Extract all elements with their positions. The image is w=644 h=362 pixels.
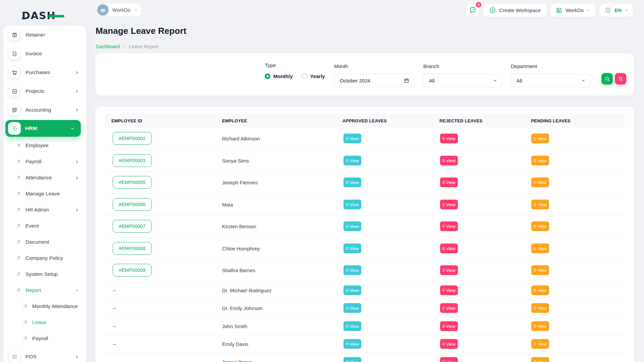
table-body: #EMP00002Richard Atkinson0 View0 View0 V… [105, 128, 625, 362]
language-label: EN [614, 7, 622, 13]
workdo-menu-button[interactable]: WorkDo [550, 4, 596, 17]
sidebar-item-invoice[interactable]: Invoice [3, 44, 86, 63]
reset-filter-button[interactable] [615, 73, 626, 84]
approved-leaves-badge[interactable]: 0 View [343, 178, 361, 187]
table-header-row: EMPLOYEE IDEMPLOYEEAPPROVED LEAVESREJECT… [105, 114, 625, 128]
chevron-down-icon [625, 8, 628, 12]
pending-leaves-badge[interactable]: 0 View [531, 199, 549, 209]
brand-logo[interactable]: DASH [21, 9, 65, 22]
rejected-leaves-badge[interactable]: 0 View [440, 243, 458, 253]
employee-name: Richard Atkinson [222, 136, 260, 141]
rejected-leaves-badge[interactable]: 0 View [440, 357, 458, 362]
grid-plus-icon [556, 7, 562, 14]
sidebar-item-system-setup[interactable]: System Setup [3, 266, 86, 282]
rejected-leaves-badge[interactable]: 0 View [440, 303, 458, 313]
rejected-leaves-badge[interactable]: 0 View [440, 156, 458, 165]
pending-leaves-badge[interactable]: 0 View [531, 339, 549, 349]
sidebar-item-retainer[interactable]: Retainer [3, 25, 86, 44]
radio-yearly[interactable]: Yearly [302, 73, 325, 79]
employee-id-badge[interactable]: #EMP00007 [113, 220, 152, 233]
chevron-right-icon [75, 289, 79, 292]
sidebar-item-employee[interactable]: Employee [3, 137, 86, 154]
bullet-icon [16, 207, 21, 212]
rejected-leaves-badge[interactable]: 0 View [440, 178, 458, 187]
projects-icon [9, 85, 20, 97]
pending-leaves-badge[interactable]: 0 View [531, 243, 549, 253]
approved-leaves-badge[interactable]: 0 View [343, 321, 361, 331]
pending-leaves-badge[interactable]: 0 View [531, 303, 549, 313]
approved-leaves-badge[interactable]: 0 View [343, 303, 361, 313]
employee-name: James Brown [222, 359, 253, 362]
department-filter-label: Department [511, 63, 537, 69]
table-row: --Dr. Michael Rodriguez0 View0 View0 Vie… [105, 282, 625, 300]
pending-leaves-badge[interactable]: 0 View [531, 321, 549, 331]
pending-leaves-badge[interactable]: 0 View [531, 178, 549, 187]
sidebar-item-purchases[interactable]: Purchases [3, 63, 86, 82]
pending-leaves-badge[interactable]: 0 View [531, 357, 549, 362]
sidebar-nav: RetainerInvoicePurchasesProjectsAccounti… [3, 25, 86, 362]
sidebar-item-monthly-attendance[interactable]: Monthly Attendance [3, 298, 86, 314]
breadcrumb-dashboard-link[interactable]: Dashboard [96, 44, 120, 49]
language-selector[interactable]: EN [599, 4, 633, 17]
pending-leaves-badge[interactable]: 0 View [531, 134, 549, 143]
sidebar-item-hrm[interactable]: HRM [3, 119, 86, 137]
sidebar-item-accounting[interactable]: Accounting [3, 101, 86, 119]
employee-id-badge[interactable]: #EMP00006 [113, 198, 152, 211]
sidebar-item-hr-admin[interactable]: HR Admin [3, 202, 86, 218]
sidebar-item-payroll[interactable]: Payroll [3, 154, 86, 170]
rejected-leaves-badge[interactable]: 0 View [440, 339, 458, 349]
workspace-selector[interactable]: WorkDo [96, 3, 141, 16]
pending-leaves-badge[interactable]: 0 View [531, 265, 549, 275]
radio-selected-icon [265, 73, 270, 79]
search-button[interactable] [601, 73, 613, 84]
rejected-leaves-badge[interactable]: 0 View [440, 265, 458, 275]
employee-name: Dr. Emily Johnson [222, 305, 263, 311]
branch-select[interactable]: All [423, 74, 502, 87]
employee-id-empty: -- [113, 305, 116, 311]
rejected-leaves-badge[interactable]: 0 View [440, 321, 458, 331]
approved-leaves-badge[interactable]: 0 View [343, 285, 361, 295]
approved-leaves-badge[interactable]: 0 View [343, 222, 361, 231]
sidebar-item-event[interactable]: Event [3, 218, 86, 234]
radio-monthly[interactable]: Monthly [265, 73, 293, 79]
employee-id-badge[interactable]: #EMP00003 [113, 154, 152, 167]
sidebar-item-manage-leave[interactable]: Manage Leave [3, 186, 86, 202]
workdo-menu-label: WorkDo [566, 7, 584, 13]
invoice-icon [9, 48, 20, 59]
rejected-leaves-badge[interactable]: 0 View [440, 222, 458, 231]
sidebar-item-report[interactable]: Report [3, 282, 86, 298]
pending-leaves-badge[interactable]: 0 View [531, 156, 549, 165]
approved-leaves-badge[interactable]: 0 View [343, 265, 361, 275]
employee-id-badge[interactable]: #EMP00002 [113, 132, 152, 145]
chat-icon [469, 6, 477, 14]
chevron-right-icon [75, 176, 79, 180]
sidebar-item-leave[interactable]: Leave [3, 314, 86, 330]
rejected-leaves-badge[interactable]: 0 View [440, 199, 458, 209]
employee-id-badge[interactable]: #EMP00009 [113, 264, 152, 277]
sidebar-item-pos[interactable]: POS [3, 347, 86, 362]
sidebar-item-document[interactable]: Document [3, 234, 86, 250]
employee-name: Shafira Barnes [222, 267, 255, 273]
approved-leaves-badge[interactable]: 0 View [343, 243, 361, 253]
search-icon [604, 76, 610, 82]
approved-leaves-badge[interactable]: 0 View [343, 134, 361, 143]
sidebar-item-payroll[interactable]: Payroll [3, 330, 86, 347]
rejected-leaves-badge[interactable]: 0 View [440, 285, 458, 295]
create-workspace-button[interactable]: Create Workspace [483, 4, 547, 17]
employee-id-badge[interactable]: #EMP00005 [113, 176, 152, 189]
approved-leaves-badge[interactable]: 0 View [343, 357, 361, 362]
sidebar-item-attendance[interactable]: Attendance [3, 170, 86, 186]
table-row: --Dr. Emily Johnson0 View0 View0 View [105, 299, 625, 317]
approved-leaves-badge[interactable]: 0 View [343, 156, 361, 165]
approved-leaves-badge[interactable]: 0 View [343, 199, 361, 209]
employee-id-badge[interactable]: #EMP00008 [113, 242, 152, 255]
sidebar-item-company-policy[interactable]: Company Policy [3, 250, 86, 266]
pending-leaves-badge[interactable]: 0 View [531, 222, 549, 231]
sidebar-item-projects[interactable]: Projects [3, 82, 86, 101]
messages-button[interactable]: 0 [466, 4, 479, 17]
month-input[interactable]: October 2024 [334, 74, 414, 87]
approved-leaves-badge[interactable]: 0 View [343, 339, 361, 349]
rejected-leaves-badge[interactable]: 0 View [440, 134, 458, 143]
department-select[interactable]: All [511, 74, 590, 87]
pending-leaves-badge[interactable]: 0 View [531, 285, 549, 295]
